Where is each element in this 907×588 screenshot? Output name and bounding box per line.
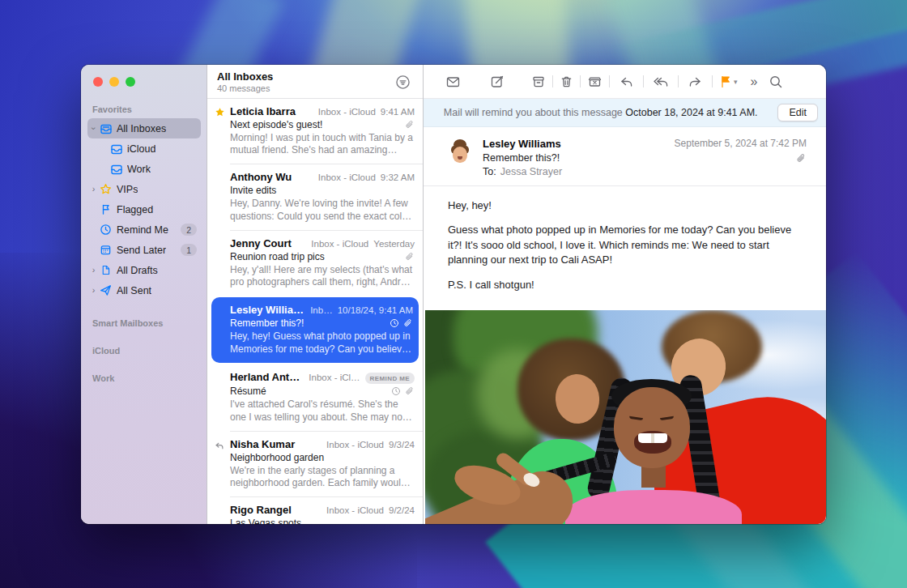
message-subject: Remember this?!	[483, 152, 675, 164]
photo-attachment[interactable]	[425, 310, 826, 524]
chevron-right-icon[interactable]: ›	[89, 185, 98, 194]
message-preview: Hey, y'all! Here are my selects (that's …	[230, 264, 415, 288]
to-label: To:	[483, 166, 496, 177]
more-icon[interactable]: »	[744, 75, 763, 89]
sidebar-section-favorites: Favorites	[87, 104, 201, 114]
search-icon[interactable]	[762, 75, 790, 89]
sidebar-item-vips[interactable]: › VIPs	[87, 179, 201, 199]
message-preview: Hey, hey! Guess what photo popped up in …	[230, 330, 413, 355]
forward-icon[interactable]	[679, 75, 712, 89]
sidebar-item-all-drafts[interactable]: › All Drafts	[87, 260, 201, 280]
mailbox-label: Inbox - iCloud	[318, 107, 376, 117]
clock-icon	[391, 386, 401, 396]
sidebar-item-remind-me[interactable]: Remind Me 2	[87, 219, 201, 240]
mailbox-label: Inbox - iCloud	[326, 440, 384, 450]
message-pane: ▾ » Mail will remind you about this mess…	[424, 65, 826, 524]
sidebar-item-label: Remind Me	[117, 224, 168, 236]
message-preview: I've attached Carol's résumé. She's the …	[230, 398, 415, 423]
trash-icon[interactable]	[553, 75, 580, 89]
inbox-stack-icon	[99, 122, 113, 135]
chevron-right-icon[interactable]: ›	[89, 286, 98, 295]
mailbox-label: Inbox - iCloud	[311, 239, 368, 249]
message-preview: Morning! I was put in touch with Tania b…	[230, 132, 415, 156]
message-time: 9:32 AM	[381, 173, 415, 182]
chevron-right-icon[interactable]: ›	[89, 266, 98, 275]
message-subject: Reunion road trip pics	[230, 251, 405, 262]
avatar[interactable]	[448, 139, 472, 168]
mailbox-title: All Inboxes	[217, 70, 413, 83]
compose-icon[interactable]	[481, 75, 513, 89]
mail-window: Favorites › All Inboxes iCloud Work	[81, 65, 826, 524]
paperclip-icon	[403, 318, 413, 328]
list-item[interactable]: Rigo Rangel Inbox - iCloud 9/2/24 Las Ve…	[207, 497, 423, 524]
sender-name: Anthony Wu	[230, 171, 313, 183]
message-subject: Résumé	[230, 386, 391, 397]
clock-icon	[390, 318, 399, 328]
junk-icon[interactable]	[581, 75, 609, 89]
paperclip-icon	[675, 153, 807, 164]
sidebar-item-all-inboxes[interactable]: › All Inboxes	[87, 118, 201, 138]
list-item-selected[interactable]: Lesley Williams Inb… 10/18/24, 9:41 AM R…	[211, 297, 419, 362]
archive-icon[interactable]	[525, 75, 552, 89]
inbox-icon	[109, 163, 123, 176]
sidebar-item-label: All Inboxes	[117, 123, 166, 134]
message-time: Yesterday	[373, 239, 415, 249]
message-subject: Las Vegas spots	[230, 518, 415, 524]
clock-icon	[99, 224, 113, 236]
message-preview: Hey, Danny. We're loving the invite! A f…	[230, 198, 415, 222]
traffic-lights	[81, 65, 207, 87]
sidebar-item-label: iCloud	[127, 143, 155, 155]
chevron-down-icon[interactable]: ›	[89, 124, 98, 133]
sender-name: Rigo Rangel	[230, 504, 321, 516]
list-item[interactable]: Leticia Ibarra Inbox - iCloud 9:41 AM Ne…	[207, 99, 423, 164]
sidebar-section-work[interactable]: Work	[87, 373, 201, 383]
sidebar-item-label: All Sent	[117, 285, 151, 296]
reply-all-icon[interactable]	[644, 75, 678, 89]
paperclip-icon	[405, 386, 415, 396]
reply-icon[interactable]	[610, 75, 643, 89]
message-sender: Lesley Williams	[483, 138, 675, 150]
body-paragraph: Hey, hey!	[448, 198, 802, 213]
message-body: Hey, hey! Guess what photo popped up in …	[424, 186, 826, 305]
reply-arrow-icon	[213, 441, 226, 451]
mailbox-label: Inbox - iCloud	[318, 173, 376, 182]
photo-person-center	[614, 387, 690, 468]
message-subject: Remember this?!	[230, 317, 390, 329]
unread-badge: 2	[181, 224, 197, 236]
list-item[interactable]: Herland Antezana Inbox - iCl… REMIND ME …	[207, 364, 423, 431]
close-window-button[interactable]	[93, 77, 103, 87]
flag-button-group[interactable]: ▾	[713, 75, 744, 88]
sidebar-item-flagged[interactable]: Flagged	[87, 199, 201, 219]
count-badge: 1	[181, 244, 197, 256]
sidebar-item-send-later[interactable]: Send Later 1	[87, 240, 201, 260]
mailbox-label: Inbox - iCloud	[326, 505, 384, 515]
filter-icon[interactable]	[394, 74, 411, 91]
message-subject: Invite edits	[230, 185, 415, 196]
message-time: 10/18/24, 9:41 AM	[338, 305, 413, 315]
message-header: Lesley Williams Remember this?! To:Jessa…	[424, 127, 826, 186]
inbox-icon	[109, 143, 123, 156]
toolbar: ▾ »	[424, 65, 826, 99]
sidebar-item-work-inbox[interactable]: Work	[87, 159, 201, 179]
message-time: 9/2/24	[389, 505, 415, 515]
list-item[interactable]: Nisha Kumar Inbox - iCloud 9/3/24 Neighb…	[207, 432, 423, 496]
edit-reminder-button[interactable]: Edit	[777, 104, 818, 121]
message-list: Leticia Ibarra Inbox - iCloud 9:41 AM Ne…	[207, 99, 423, 524]
paperclip-icon	[405, 252, 415, 262]
get-mail-icon[interactable]	[436, 75, 470, 89]
zoom-window-button[interactable]	[126, 77, 135, 87]
recipient-name[interactable]: Jessa Strayer	[500, 166, 562, 177]
sidebar-section-icloud[interactable]: iCloud	[87, 346, 201, 356]
list-item[interactable]: Jenny Court Inbox - iCloud Yesterday Reu…	[207, 231, 423, 296]
chevron-down-icon[interactable]: ▾	[734, 78, 738, 86]
sidebar-item-all-sent[interactable]: › All Sent	[87, 280, 201, 300]
sidebar-item-icloud-inbox[interactable]: iCloud	[87, 138, 201, 159]
minimize-window-button[interactable]	[109, 77, 119, 87]
sender-name: Lesley Williams	[230, 304, 305, 316]
list-item[interactable]: Anthony Wu Inbox - iCloud 9:32 AM Invite…	[207, 164, 423, 229]
mailbox-label: Inbox - iCl…	[309, 373, 360, 382]
reminder-banner: Mail will remind you about this message …	[424, 99, 826, 127]
message-subject: Neighborhood garden	[230, 452, 415, 463]
flag-icon[interactable]	[719, 75, 732, 88]
sidebar-item-label: VIPs	[117, 184, 138, 195]
